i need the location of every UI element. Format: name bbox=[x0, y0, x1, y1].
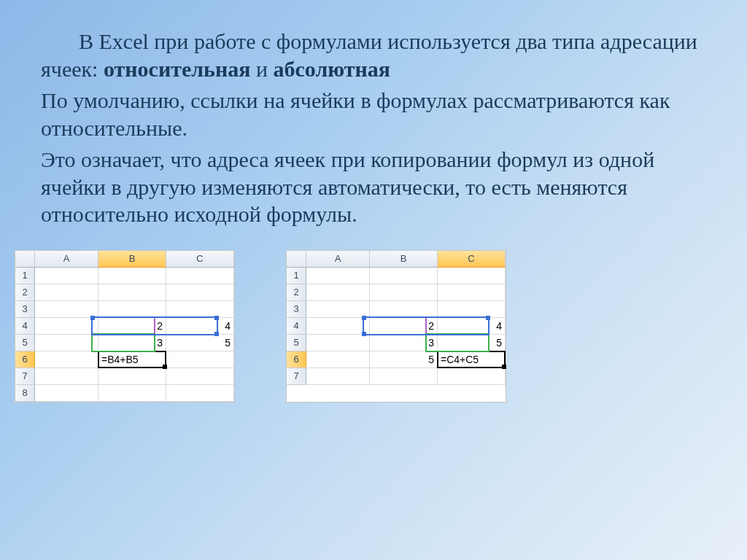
col-header-b: B bbox=[370, 251, 438, 268]
cell bbox=[370, 300, 438, 317]
cell bbox=[35, 284, 98, 300]
cell-b5: 3 bbox=[98, 334, 166, 351]
cell bbox=[306, 284, 370, 300]
cell bbox=[98, 384, 166, 401]
paragraph-2: По умолчанию, ссылки на ячейки в формула… bbox=[41, 87, 706, 141]
cell bbox=[370, 368, 438, 384]
formula-text: =B4+B5 bbox=[101, 354, 139, 365]
cell bbox=[35, 368, 98, 384]
cell bbox=[166, 384, 234, 401]
cell bbox=[35, 351, 98, 368]
col-header-c: C bbox=[166, 251, 234, 268]
cell bbox=[98, 267, 166, 284]
cell-b4: 2 bbox=[98, 317, 166, 334]
cell-c5: 5 bbox=[166, 334, 234, 351]
row-header: 4 bbox=[287, 317, 306, 334]
row-header: 1 bbox=[15, 267, 35, 284]
cell-b6: 5 bbox=[370, 351, 438, 368]
paragraph-3: Это означает, что адреса ячеек при копир… bbox=[41, 146, 706, 228]
cell bbox=[438, 267, 506, 284]
excel-screenshot-2: A B C 1 2 3 424 535 6 5 =C4+C5 7 bbox=[286, 250, 506, 402]
cell bbox=[35, 384, 98, 401]
row-header: 1 bbox=[287, 267, 306, 284]
cell bbox=[306, 334, 370, 351]
cell-c6-formula: =C4+C5 bbox=[438, 351, 506, 368]
cell bbox=[370, 267, 438, 284]
row-header: 7 bbox=[287, 368, 306, 384]
p1-bold-absolute: абсолютная bbox=[274, 57, 391, 81]
cell bbox=[166, 284, 234, 300]
cell bbox=[35, 317, 98, 334]
excel-screenshot-1: A B C 1 2 3 424 535 6 =B4+B5 7 8 bbox=[15, 250, 235, 402]
row-header: 2 bbox=[15, 284, 35, 300]
cell bbox=[98, 284, 166, 300]
paragraph-1: В Excel при работе с формулами используе… bbox=[41, 28, 706, 82]
cell-c4: 4 bbox=[166, 317, 234, 334]
row-header: 7 bbox=[15, 368, 35, 384]
row-header: 3 bbox=[287, 300, 306, 317]
cell bbox=[98, 368, 166, 384]
cell bbox=[438, 300, 506, 317]
cell bbox=[438, 368, 506, 384]
cell bbox=[306, 267, 370, 284]
cell-b5: 3 bbox=[370, 334, 438, 351]
column-headers: A B C bbox=[15, 251, 234, 268]
cell-b6-formula: =B4+B5 bbox=[98, 351, 166, 368]
slide-content: В Excel при работе с формулами используе… bbox=[0, 0, 747, 228]
cell bbox=[98, 300, 166, 317]
p1-part-c: и bbox=[250, 57, 273, 81]
row-header: 3 bbox=[15, 300, 35, 317]
cell bbox=[35, 300, 98, 317]
row-header: 4 bbox=[15, 317, 35, 334]
cell bbox=[306, 351, 370, 368]
select-all-corner bbox=[15, 251, 35, 268]
cell bbox=[438, 284, 506, 300]
row-header: 5 bbox=[15, 334, 35, 351]
row-header: 6 bbox=[287, 351, 306, 368]
row-header: 2 bbox=[287, 284, 306, 300]
column-headers: A B C bbox=[287, 251, 506, 268]
p1-bold-relative: относительная bbox=[104, 57, 251, 81]
cell bbox=[166, 300, 234, 317]
cell bbox=[166, 267, 234, 284]
excel-screenshots: A B C 1 2 3 424 535 6 =B4+B5 7 8 bbox=[0, 233, 747, 402]
formula-text: =C4+C5 bbox=[441, 354, 479, 365]
cell-c5: 5 bbox=[438, 334, 506, 351]
select-all-corner bbox=[287, 251, 306, 268]
cell-c4: 4 bbox=[438, 317, 506, 334]
cell bbox=[306, 317, 370, 334]
cell bbox=[306, 300, 370, 317]
cell bbox=[166, 368, 234, 384]
col-header-a: A bbox=[35, 251, 98, 268]
col-header-b: B bbox=[98, 251, 166, 268]
cell bbox=[35, 334, 98, 351]
row-header: 5 bbox=[287, 334, 306, 351]
row-header: 6 bbox=[15, 351, 35, 368]
cell-b4: 2 bbox=[370, 317, 438, 334]
col-header-a: A bbox=[306, 251, 370, 268]
col-header-c: C bbox=[438, 251, 506, 268]
row-header: 8 bbox=[15, 384, 35, 401]
cell bbox=[370, 284, 438, 300]
cell bbox=[306, 368, 370, 384]
cell bbox=[35, 267, 98, 284]
cell bbox=[166, 351, 234, 368]
